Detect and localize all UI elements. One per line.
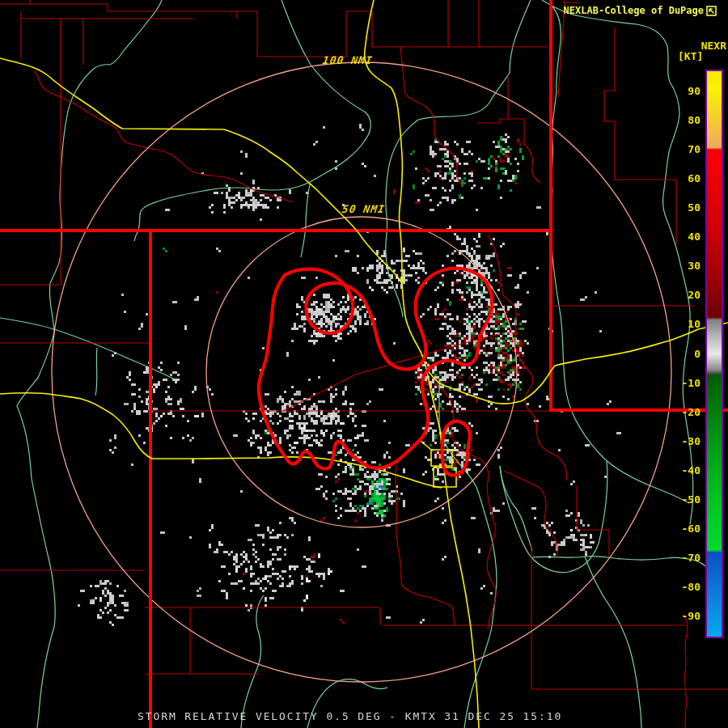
colorbar-title: NEXR <box>701 40 726 52</box>
status-bar: STORM RELATIVE VELOCITY 0.5 DEG - KMTX 3… <box>0 709 728 728</box>
range-ring-label-50nmi: 50 NMI <box>341 203 386 215</box>
range-ring-label-100nmi: 100 NMI <box>322 54 374 66</box>
colorbar-tick-label: -20 <box>668 406 700 418</box>
colorbar-tick-label: 10 <box>668 318 700 330</box>
range-ring-circles <box>52 62 671 682</box>
brand-text: NEXLAB-College of DuPage <box>564 5 704 16</box>
colorbar-tick-label: 20 <box>668 289 700 301</box>
brand-logo-icon <box>706 6 717 16</box>
colorbar-tick-label: 30 <box>668 260 700 272</box>
map-overlay-svg <box>0 0 728 728</box>
colorbar-tick-label: 60 <box>668 172 700 184</box>
colorbar-tick-label: 40 <box>668 231 700 243</box>
county-lines <box>0 0 728 728</box>
colorbar-tick-label: 0 <box>668 348 700 360</box>
colorbar-tick-label: -40 <box>668 464 700 476</box>
brand: NEXLAB-College of DuPage <box>564 5 717 16</box>
colorbar-tick-label: -80 <box>668 581 700 593</box>
colorbar-gradient <box>707 71 722 637</box>
colorbar-tick-label: -90 <box>668 610 700 622</box>
colorbar-tick-label: -50 <box>668 493 700 506</box>
colorbar-tick-label: -30 <box>668 435 700 447</box>
colorbar-units: [KT] <box>678 50 703 62</box>
state-lines <box>0 0 728 728</box>
highways <box>0 0 728 728</box>
radar-display: 100 NMI 50 NMI NEXLAB-College of DuPage … <box>0 0 728 728</box>
colorbar-tick-label: 80 <box>668 114 700 126</box>
velocity-colorbar <box>705 70 723 638</box>
status-text: STORM RELATIVE VELOCITY 0.5 DEG - KMTX 3… <box>138 710 562 722</box>
storm-contour <box>259 269 493 476</box>
colorbar-tick-label: -70 <box>668 552 700 564</box>
colorbar-tick-label: 90 <box>668 85 700 97</box>
colorbar-tick-label: -60 <box>668 523 700 535</box>
colorbar-tick-label: 70 <box>668 143 700 155</box>
colorbar-tick-label: 50 <box>668 201 700 214</box>
colorbar-tick-label: -10 <box>668 377 700 389</box>
